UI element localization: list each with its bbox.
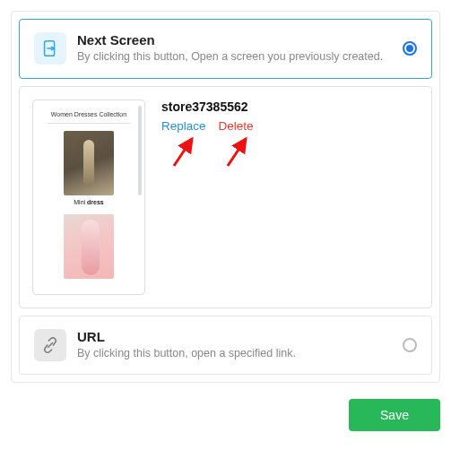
preview-caption-bold: dress — [87, 199, 104, 205]
preview-heading: Women Dresses Collection — [40, 111, 137, 117]
url-text: URL By clicking this button, open a spec… — [77, 329, 392, 362]
annotation-arrow-replace — [169, 134, 201, 169]
options-panel: Next Screen By clicking this button, Ope… — [11, 11, 440, 383]
screen-name-label: store37385562 — [161, 100, 419, 114]
url-option[interactable]: URL By clicking this button, open a spec… — [19, 316, 432, 376]
screen-thumbnail: Women Dresses Collection Mini dress — [32, 100, 145, 295]
next-screen-text: Next Screen By clicking this button, Ope… — [77, 32, 392, 65]
next-screen-radio[interactable] — [403, 41, 417, 56]
preview-caption-prefix: Mini — [74, 199, 87, 205]
preview-caption-1: Mini dress — [40, 199, 137, 205]
footer-actions: Save — [0, 394, 451, 431]
preview-scrollbar[interactable] — [138, 106, 142, 195]
save-button[interactable]: Save — [349, 399, 440, 431]
next-screen-option[interactable]: Next Screen By clicking this button, Ope… — [19, 19, 432, 79]
screen-info: store37385562 Replace Delete — [161, 100, 419, 133]
url-radio[interactable] — [403, 338, 417, 352]
next-screen-title: Next Screen — [77, 32, 392, 48]
svg-line-2 — [174, 139, 192, 166]
url-title: URL — [77, 329, 392, 344]
url-icon — [34, 329, 66, 361]
preview-image-1 — [64, 131, 114, 195]
preview-divider — [48, 123, 130, 124]
screen-actions: Replace Delete — [161, 119, 419, 133]
url-desc: By clicking this button, open a specifie… — [77, 346, 392, 362]
next-screen-icon — [34, 32, 66, 65]
screen-preview-block: Women Dresses Collection Mini dress stor… — [19, 86, 432, 308]
svg-line-3 — [228, 139, 246, 166]
annotation-arrow-delete — [222, 134, 255, 169]
next-screen-desc: By clicking this button, Open a screen y… — [77, 49, 392, 65]
preview-image-2 — [64, 214, 114, 279]
delete-link[interactable]: Delete — [219, 119, 254, 133]
replace-link[interactable]: Replace — [161, 119, 206, 133]
